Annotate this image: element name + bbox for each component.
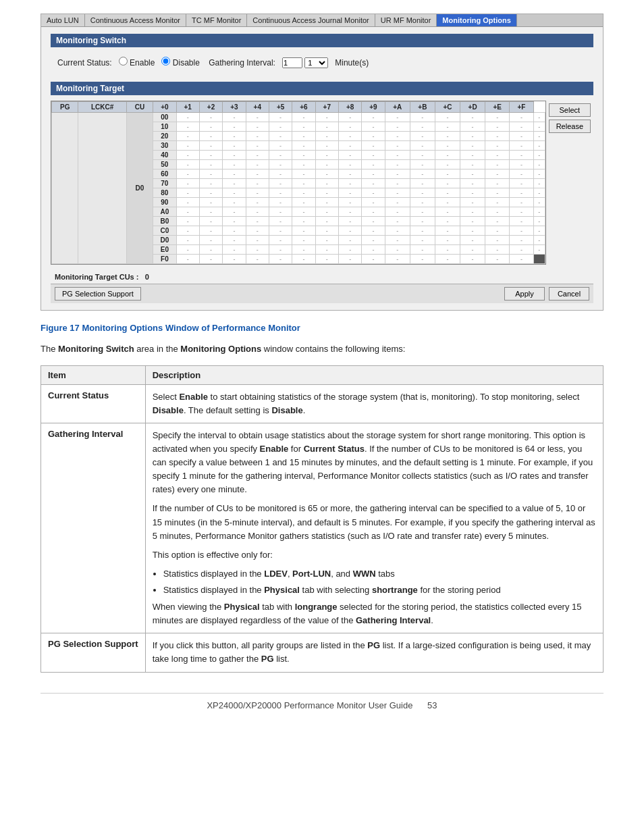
col-2: +2 xyxy=(199,102,222,113)
col-6: +6 xyxy=(292,102,315,113)
col-d: +D xyxy=(460,102,485,113)
monitoring-switch-area: Current Status: Enable Disable Gathering… xyxy=(51,53,593,76)
pg-selection-button[interactable]: PG Selection Support xyxy=(55,287,141,301)
minutes-label: Minute(s) xyxy=(335,58,369,68)
col-b: +B xyxy=(410,102,435,113)
list-item: Statistics displayed in the Physical tab… xyxy=(163,583,596,597)
table-header-description: Description xyxy=(145,365,603,384)
monitoring-options-window: Monitoring Switch Current Status: Enable… xyxy=(41,27,603,310)
col-e: +E xyxy=(485,102,510,113)
monitoring-target-header: Monitoring Target xyxy=(51,82,593,95)
col-5: +5 xyxy=(269,102,292,113)
col-c: +C xyxy=(435,102,460,113)
figure-caption: Figure 17 Monitoring Options Window of P… xyxy=(41,323,603,333)
cancel-button[interactable]: Cancel xyxy=(549,287,589,301)
col-f: +F xyxy=(510,102,533,113)
monitoring-target-footer: Monitoring Target CUs : 0 xyxy=(51,270,593,284)
tab-tc-mf-monitor[interactable]: TC MF Monitor xyxy=(186,14,247,26)
disable-label: Disable xyxy=(173,58,200,68)
screenshot-window: Auto LUN Continuous Access Monitor TC MF… xyxy=(41,14,603,311)
tab-auto-lun[interactable]: Auto LUN xyxy=(41,14,85,26)
tab-monitoring-options[interactable]: Monitoring Options xyxy=(437,14,516,26)
tabs-row: Auto LUN Continuous Access Monitor TC MF… xyxy=(41,14,603,27)
bottom-buttons: PG Selection Support Apply Cancel xyxy=(51,284,593,303)
interval-input[interactable] xyxy=(282,57,302,68)
col-8: +8 xyxy=(338,102,361,113)
target-table-wrapper: PG LCKC# CU +0 +1 +2 +3 +4 +5 +6 +7 xyxy=(51,101,546,265)
intro-text: The Monitoring Switch area in the Monito… xyxy=(41,342,603,356)
gathering-bullet-list: Statistics displayed in the LDEV, Port-L… xyxy=(163,567,596,596)
col-cu: CU xyxy=(126,102,153,113)
disable-radio[interactable] xyxy=(161,57,170,66)
page-footer: XP24000/XP20000 Performance Monitor User… xyxy=(41,693,603,710)
list-item: Statistics displayed in the LDEV, Port-L… xyxy=(163,567,596,581)
select-button[interactable]: Select xyxy=(549,103,591,117)
table-header-item: Item xyxy=(41,365,146,384)
tab-ur-mf-monitor[interactable]: UR MF Monitor xyxy=(375,14,437,26)
col-0: +0 xyxy=(153,102,176,113)
col-lckc: LCKC# xyxy=(78,102,126,113)
description-table: Item Description Current Status Select E… xyxy=(41,365,603,673)
col-pg: PG xyxy=(52,102,78,113)
col-9: +9 xyxy=(362,102,385,113)
footer-text: XP24000/XP20000 Performance Monitor User… xyxy=(207,700,412,710)
interval-dropdown[interactable]: 151015 xyxy=(304,57,328,68)
table-row: Current Status Select Enable to start ob… xyxy=(41,384,603,423)
table-with-buttons: PG LCKC# CU +0 +1 +2 +3 +4 +5 +6 +7 xyxy=(51,101,593,270)
desc-gathering-interval: Specify the interval to obtain usage sta… xyxy=(145,423,603,633)
monitoring-switch-header: Monitoring Switch xyxy=(51,34,593,47)
desc-pg-selection: If you click this button, all parity gro… xyxy=(145,633,603,672)
tab-ca-journal-monitor[interactable]: Continuous Access Journal Monitor xyxy=(247,14,375,26)
tab-continuous-access-monitor[interactable]: Continuous Access Monitor xyxy=(85,14,186,26)
col-7: +7 xyxy=(315,102,338,113)
col-1: +1 xyxy=(176,102,199,113)
col-3: +3 xyxy=(223,102,246,113)
release-button[interactable]: Release xyxy=(549,120,591,133)
table-row: Gathering Interval Specify the interval … xyxy=(41,423,603,633)
action-buttons-col: Select Release xyxy=(546,101,593,136)
item-gathering-interval: Gathering Interval xyxy=(41,423,146,633)
footer-page: 53 xyxy=(427,700,437,710)
enable-radio[interactable] xyxy=(119,57,128,66)
item-pg-selection: PG Selection Sup­port xyxy=(41,633,146,672)
table-row: PG Selection Sup­port If you click this … xyxy=(41,633,603,672)
desc-current-status: Select Enable to start obtaining statist… xyxy=(145,384,603,423)
monitoring-target-area: Monitoring Target PG LCKC# CU +0 +1 +2 xyxy=(51,82,593,284)
current-status-label: Current Status: xyxy=(57,58,112,68)
col-4: +4 xyxy=(246,102,269,113)
apply-button[interactable]: Apply xyxy=(504,287,545,301)
item-current-status: Current Status xyxy=(41,384,146,423)
target-table: PG LCKC# CU +0 +1 +2 +3 +4 +5 +6 +7 xyxy=(51,101,545,264)
col-a: +A xyxy=(385,102,410,113)
gathering-label: Gathering Interval: xyxy=(209,58,275,68)
enable-label: Enable xyxy=(130,58,155,68)
